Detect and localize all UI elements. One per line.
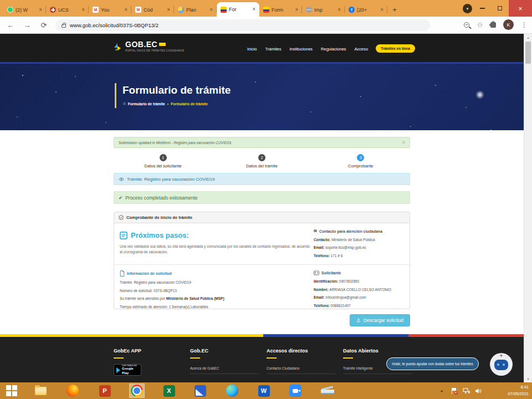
word-icon: W <box>258 385 270 397</box>
tab-close-icon[interactable]: × <box>124 7 127 13</box>
powerpoint-button[interactable]: P <box>98 384 112 397</box>
tab-ucsg[interactable]: UCS × <box>46 3 89 17</box>
breadcrumb: ⌂ Formulario de trámite • Formulario de … <box>123 101 208 106</box>
breadcrumb-current: Formulario de trámite <box>171 102 208 106</box>
tab-gmail-2[interactable]: M Cód × <box>131 3 174 17</box>
breadcrumb-parent[interactable]: Formulario de trámite <box>128 102 165 106</box>
edge-button[interactable] <box>225 384 239 397</box>
powerpoint-icon: P <box>99 385 111 397</box>
tab-gmail-1[interactable]: M You × <box>89 3 131 17</box>
firefox-icon <box>66 385 79 397</box>
footer-link-acerca[interactable]: Acerca de GobEC <box>190 366 259 374</box>
tray-show-hidden-icons[interactable]: ▲ <box>437 382 447 399</box>
nav-item-regulaciones[interactable]: Regulaciones <box>321 47 346 52</box>
action-center-flag[interactable] <box>449 382 459 399</box>
back-icon[interactable]: ← <box>2 21 19 29</box>
home-icon[interactable]: ⌂ <box>123 101 126 106</box>
tab-close-icon[interactable]: × <box>337 7 341 13</box>
download-button[interactable]: Descargar solicitud <box>350 314 410 326</box>
tab-facebook[interactable]: f (20+ × <box>345 3 387 17</box>
solicitud-title: Información de solicitud <box>127 272 172 275</box>
zoom-out-icon[interactable] <box>464 22 469 28</box>
step-number-badge: 2 <box>258 154 265 161</box>
close-icon[interactable]: × <box>402 140 405 145</box>
google-play-badge[interactable]: DISPONIBLE EN Google Play <box>114 364 141 376</box>
tab-formulario-active[interactable]: For × <box>217 2 259 17</box>
tab-title: You <box>101 7 122 13</box>
tab-close-icon[interactable]: × <box>209 7 213 13</box>
tab-imp[interactable]: Imp × <box>302 3 345 17</box>
glow-dot-decoration <box>475 90 484 99</box>
tab-formulario-2[interactable]: Form × <box>259 3 302 17</box>
gobec-logo[interactable]: GOB.EC PORTAL ÚNICO DE TRÁMITES CIUDADAN… <box>113 40 184 52</box>
browser-menu-icon[interactable]: ⋮ <box>521 21 528 29</box>
nav-item-inicio[interactable]: Inicio <box>247 47 257 52</box>
logo-chip <box>159 43 166 46</box>
start-button[interactable] <box>4 384 19 397</box>
scanner-button[interactable] <box>320 384 335 397</box>
footer-col-accesos: Accesos directos Contacto Ciudadano <box>267 348 336 374</box>
tab-close-icon[interactable]: × <box>167 7 170 13</box>
reload-icon[interactable]: ⟳ <box>35 21 52 29</box>
tab-search-chevron-button[interactable]: ▼ <box>463 4 472 13</box>
excel-button[interactable]: X <box>162 384 176 397</box>
file-explorer-button[interactable] <box>33 384 48 397</box>
word-button[interactable]: W <box>257 384 271 397</box>
solicitante-title: Solicitante <box>321 271 341 275</box>
flag-alert-icon <box>451 388 457 394</box>
volume-tray-icon[interactable] <box>473 382 483 399</box>
globe-icon <box>306 7 312 13</box>
window-minimize-button[interactable] <box>473 0 491 17</box>
nav-item-tramites[interactable]: Trámites <box>265 47 282 52</box>
extensions-puzzle-icon[interactable] <box>490 22 496 28</box>
scan-app-button[interactable] <box>193 384 207 397</box>
forward-icon[interactable]: → <box>19 21 35 29</box>
bookmark-star-icon[interactable]: ☆ <box>477 21 483 28</box>
solicitud-line: Su trámite será atendido por Ministerio … <box>120 296 303 300</box>
url-field[interactable]: www.gob.ec/solicitud/037S-0BQP13/2 <box>55 19 430 31</box>
tab-close-icon[interactable]: × <box>295 7 298 13</box>
address-bar-actions: ☆ K ⋮ <box>464 19 528 30</box>
step-comprobante-active[interactable]: 3 Comprobante <box>311 154 410 168</box>
nav-item-acceso[interactable]: Acceso <box>355 47 369 52</box>
nav-item-instituciones[interactable]: Instituciones <box>289 47 313 52</box>
chatbot-bubble[interactable]: Hola!, te puedo ayudar con dudas sobre t… <box>386 357 479 370</box>
step-datos-tramite[interactable]: 2 Datos del trámite <box>212 154 311 168</box>
network-tray-icon[interactable] <box>461 382 471 399</box>
tab-title: For <box>229 7 250 12</box>
scrollbar-up-arrow[interactable]: ▲ <box>524 34 532 41</box>
breadcrumb-separator: • <box>167 102 168 106</box>
site-header: GOB.EC PORTAL ÚNICO DE TRÁMITES CIUDADAN… <box>0 34 524 62</box>
url-text: www.gob.ec/solicitud/037S-0BQP13/2 <box>70 22 158 28</box>
tab-whatsapp[interactable]: (2) W × <box>3 3 46 17</box>
maximize-icon <box>498 6 502 11</box>
new-tab-button[interactable]: + <box>387 3 402 17</box>
tab-close-icon[interactable]: × <box>380 7 383 13</box>
tramites-en-linea-button[interactable]: Trámites en línea <box>376 44 415 53</box>
edge-icon <box>226 385 238 397</box>
tab-plan[interactable]: Plan × <box>174 3 217 17</box>
footer-link-contacto[interactable]: Contacto Ciudadano <box>267 366 336 374</box>
window-close-button[interactable]: × <box>509 0 532 17</box>
check-icon: ✔ <box>119 195 122 201</box>
chatbot-robot-avatar[interactable] <box>490 353 513 376</box>
scrollbar-thumb[interactable] <box>525 42 531 64</box>
download-row: Descargar solicitud <box>114 314 410 326</box>
zoom-app-button[interactable] <box>288 384 303 397</box>
step-datos-solicitante[interactable]: 1 Datos del solicitante <box>114 154 212 168</box>
chrome-button-active[interactable] <box>130 384 144 397</box>
solicitud-title-row: Información de solicitud <box>120 270 303 277</box>
window-maximize-button[interactable] <box>491 0 509 17</box>
tab-close-icon[interactable]: × <box>81 7 85 13</box>
ethernet-icon <box>463 388 470 394</box>
profile-avatar[interactable]: K <box>503 19 514 30</box>
taskbar-clock[interactable]: 8:41 07/05/2021 <box>508 384 529 397</box>
step-number-badge: 3 <box>357 154 364 161</box>
yellow-underline <box>114 357 124 359</box>
tab-close-icon[interactable]: × <box>252 7 255 12</box>
firefox-button[interactable] <box>65 384 80 397</box>
page-scrollbar[interactable]: ▲ ▼ <box>524 34 532 382</box>
play-triangle-icon <box>116 367 120 373</box>
scrollbar-down-arrow[interactable]: ▼ <box>524 375 532 382</box>
tab-close-icon[interactable]: × <box>39 7 42 13</box>
